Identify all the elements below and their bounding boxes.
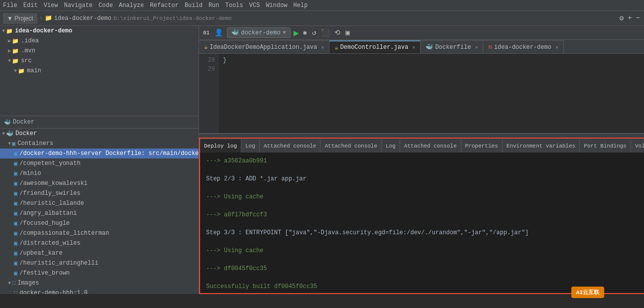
menu-vcs[interactable]: VCS: [249, 2, 260, 9]
tree-root[interactable]: ▼ 📁 idea-docker-demo: [0, 26, 199, 36]
tree-src[interactable]: ▼ 📁 src: [0, 56, 199, 66]
container-icon-1: ▣: [14, 170, 17, 177]
container-angry[interactable]: ▣ /angry_albattani: [0, 208, 199, 218]
minus-icon[interactable]: −: [635, 13, 641, 23]
run-button[interactable]: ▶: [294, 27, 299, 38]
container-distracted[interactable]: ▣ /distracted_wiles: [0, 238, 199, 248]
console-line-7: [206, 219, 644, 228]
breadcrumb-idea-docker-demo[interactable]: 📁idea-docker-demo: [45, 14, 111, 22]
menu-file[interactable]: File: [3, 2, 17, 9]
container-minio-label: /minio: [19, 170, 41, 177]
tab-close-0[interactable]: ✕: [321, 44, 324, 50]
container-festive[interactable]: ▣ /festive_brown: [0, 268, 199, 278]
container-awesome[interactable]: ▣ /awesome_kowalevski: [0, 178, 199, 188]
main-layout: ▼ 📁 idea-docker-demo ▶ 📁 .idea ▶ 📁 .mvn …: [0, 26, 644, 294]
container-heuristic[interactable]: ▣ /heuristic_lalande: [0, 198, 199, 208]
container-focused[interactable]: ▣ /focused_hugle: [0, 218, 199, 228]
console-line-1: [206, 165, 644, 174]
menu-help[interactable]: Help: [293, 2, 308, 9]
docker-logo-icon: 🐳: [4, 119, 11, 126]
container-minio[interactable]: ▣ /minio: [0, 168, 199, 178]
project-dropdown[interactable]: ▼ Project: [3, 13, 37, 24]
tab-ideadockerdemo-label: IdeaDockerDemoApplication.java: [210, 44, 317, 51]
image-docker-demo[interactable]: □ docker-demo-hhh:1.0: [0, 288, 199, 294]
tab-dockerfile[interactable]: 🐳 Dockerfile ✕: [421, 40, 483, 53]
container-focused-label: /focused_hugle: [19, 220, 70, 227]
images-node[interactable]: ▼ □ Images: [0, 278, 199, 288]
tab-volume-bindings-label: Volume Bindings: [635, 143, 644, 149]
menu-edit[interactable]: Edit: [23, 2, 38, 9]
watermark-text: AI云互联: [576, 290, 599, 296]
tab-log-2[interactable]: Log: [382, 140, 400, 153]
run-bar: 01 👤 🐳 docker-demo ▼ ▶ ✱ ↺ ⬛ ⟲ ▣: [199, 26, 644, 40]
plus-icon[interactable]: +: [627, 13, 633, 23]
code-content[interactable]: }: [219, 54, 644, 133]
toolbar-icon-5[interactable]: ▣: [344, 27, 350, 38]
horizontal-scrollbar[interactable]: [199, 134, 644, 138]
console-line-0: ---> a3562aa0b991: [206, 156, 644, 165]
tab-attached-console-1[interactable]: Attached console: [260, 140, 321, 153]
toolbar-icon-1[interactable]: ✱: [302, 27, 308, 38]
container-icon-3: ▣: [14, 190, 17, 197]
containers-label: Containers: [17, 140, 53, 147]
container-heuristic2-label: /heuristic_ardinghelli: [19, 260, 98, 267]
left-panel: ▼ 📁 idea-docker-demo ▶ 📁 .idea ▶ 📁 .mvn …: [0, 26, 199, 294]
run-config-selector[interactable]: 🐳 docker-demo ▼: [227, 27, 290, 38]
run-person-icon: 👤: [214, 27, 224, 38]
menu-window[interactable]: Window: [266, 2, 287, 9]
tab-port-bindings[interactable]: Port Bindings: [580, 140, 631, 153]
run-config-dropdown-icon: ▼: [282, 29, 286, 36]
containers-node[interactable]: ▼ ▣ Containers: [0, 139, 199, 149]
container-heuristic2[interactable]: ▣ /heuristic_ardinghelli: [0, 258, 199, 268]
run-config-name: docker-demo: [241, 29, 280, 36]
tab-democontroller[interactable]: ☕ DemoController.java ✕: [329, 40, 421, 53]
tab-maven-label: idea-docker-demo: [494, 44, 551, 51]
menu-analyze[interactable]: Analyze: [119, 2, 144, 9]
settings-icon[interactable]: ⚙: [619, 13, 625, 23]
tab-attached-console-2[interactable]: Attached console: [321, 140, 382, 153]
tab-maven[interactable]: m idea-docker-demo ✕: [483, 40, 563, 53]
tab-close-1[interactable]: ✕: [412, 44, 415, 50]
menu-tools[interactable]: Tools: [225, 2, 243, 9]
docker-root[interactable]: ▼ 🐳 Docker: [0, 129, 199, 139]
container-friendly[interactable]: ▣ /friendly_swirles: [0, 188, 199, 198]
menu-navigate[interactable]: Navigate: [64, 2, 93, 9]
editor-tabs: ☕ IdeaDockerDemoApplication.java ✕ ☕ Dem…: [199, 40, 644, 54]
container-upbeat[interactable]: ▣ /upbeat_kare: [0, 248, 199, 258]
container-competent[interactable]: ▣ /competent_yonath: [0, 158, 199, 168]
container-icon-10: ▣: [14, 260, 17, 267]
container-docker-demo-hhh[interactable]: ▣ /docker-demo-hhh-server Dockerfile: sr…: [0, 149, 199, 158]
toolbar-icon-3[interactable]: ⬛: [320, 27, 330, 38]
folder-icon: 📁: [45, 14, 52, 22]
tab-ideadockerdemo[interactable]: ☕ IdeaDockerDemoApplication.java ✕: [199, 40, 329, 53]
menu-view[interactable]: View: [44, 2, 58, 9]
tree-idea[interactable]: ▶ 📁 .idea: [0, 36, 199, 46]
project-tree: ▼ 📁 idea-docker-demo ▶ 📁 .idea ▶ 📁 .mvn …: [0, 26, 199, 116]
container-icon-2: ▣: [14, 180, 17, 187]
tab-log-1[interactable]: Log: [241, 140, 260, 153]
container-icon-11: ▣: [14, 270, 17, 277]
console-line-9: [206, 237, 644, 246]
project-icon: 📁: [6, 28, 13, 34]
console-line-2: Step 2/3 : ADD *.jar app.jar: [206, 174, 644, 183]
container-compassionate[interactable]: ▣ /compassionate_lichterman: [0, 228, 199, 238]
tab-properties[interactable]: Properties: [461, 140, 503, 153]
tab-volume-bindings[interactable]: Volume Bindings: [631, 140, 644, 153]
tab-env-vars[interactable]: Environment variables: [503, 140, 580, 153]
toolbar-icon-2[interactable]: ↺: [311, 27, 317, 38]
tab-log-2-label: Log: [386, 143, 396, 149]
menu-build[interactable]: Build: [185, 2, 203, 9]
tree-mvn[interactable]: ▶ 📁 .mvn: [0, 46, 199, 56]
menu-refactor[interactable]: Refactor: [150, 2, 179, 9]
menu-code[interactable]: Code: [99, 2, 113, 9]
tab-deploy-log[interactable]: Deploy log: [200, 140, 241, 153]
tree-main[interactable]: ▼ 📁 main: [0, 66, 199, 76]
docker-panel-title: Docker: [13, 119, 34, 126]
menu-run[interactable]: Run: [209, 2, 219, 9]
tab-close-2[interactable]: ✕: [475, 44, 478, 50]
tab-close-3[interactable]: ✕: [555, 44, 558, 50]
container-competent-label: /competent_yonath: [19, 160, 80, 167]
toolbar-icon-4[interactable]: ⟲: [333, 27, 341, 38]
tab-attached-console-3[interactable]: Attached console: [400, 140, 461, 153]
java-icon-0: ☕: [204, 43, 208, 51]
